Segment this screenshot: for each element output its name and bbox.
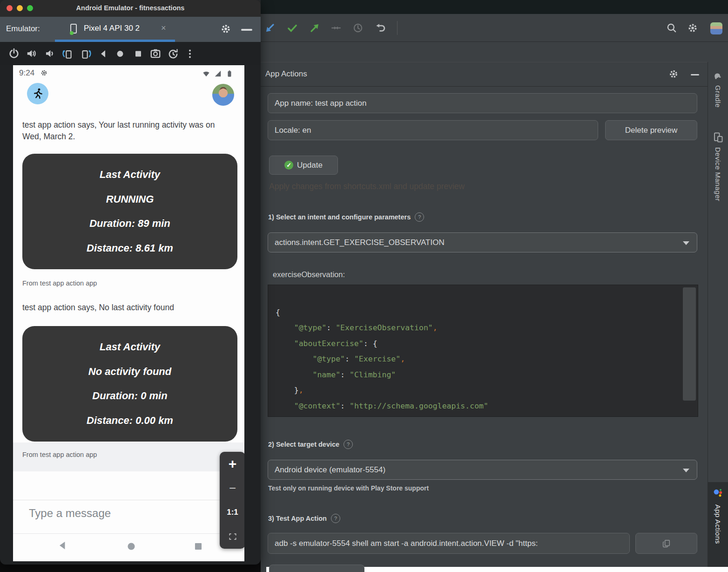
code-scrollbar[interactable]	[683, 287, 696, 401]
help-icon[interactable]: ?	[415, 212, 424, 222]
parameter-label: exerciseObservation:	[273, 270, 345, 279]
profile-avatar[interactable]	[710, 22, 722, 34]
run-check-icon[interactable]	[286, 22, 298, 34]
nav-overview-icon[interactable]	[192, 540, 204, 552]
emulator-zoom-controls: + − 1:1	[220, 452, 244, 549]
search-icon[interactable]	[666, 22, 678, 34]
back-icon[interactable]	[98, 48, 109, 60]
attribution-label: From test app action app	[22, 451, 97, 458]
tool-window-tab-strip: Gradle Device Manager App Actions	[708, 62, 728, 567]
app-name-field[interactable]: App name: test app action	[268, 93, 697, 113]
tab-device-manager[interactable]: Device Manager	[714, 147, 722, 201]
emulator-label: Emulator:	[6, 24, 40, 34]
device-tab[interactable]: Pixel 4 API 30 2	[84, 24, 140, 33]
undo-icon[interactable]	[374, 22, 386, 34]
status-icons	[202, 69, 234, 78]
help-icon[interactable]: ?	[331, 514, 340, 523]
snapshot-restore-icon[interactable]	[167, 48, 179, 60]
activity-card: Last Activity No activity found Duration…	[22, 326, 237, 442]
nav-home-icon[interactable]	[125, 540, 137, 552]
studio-top-strip	[261, 0, 728, 14]
target-device-select[interactable]: Android device (emulator-5554)	[268, 460, 697, 480]
card-distance: Distance: 8.61 km	[87, 242, 173, 254]
panel-title: App Actions	[265, 69, 307, 79]
signal-icon	[213, 69, 222, 78]
close-tab-icon[interactable]: ×	[161, 23, 166, 33]
update-label: Update	[297, 161, 323, 170]
fit-to-window-icon[interactable]	[220, 524, 244, 549]
home-icon[interactable]	[115, 48, 126, 60]
step-out-icon[interactable]	[309, 22, 321, 34]
card-status: RUNNING	[106, 193, 154, 205]
card-duration: Duration: 89 min	[89, 218, 170, 230]
zoom-reset-button[interactable]: 1:1	[220, 500, 244, 524]
toolbar-separator	[397, 21, 398, 35]
message-input[interactable]: Type a message	[29, 507, 111, 520]
more-options-icon[interactable]	[184, 48, 195, 60]
panel-minimize-icon[interactable]	[691, 74, 699, 75]
battery-icon	[225, 69, 234, 78]
device-manager-icon	[713, 132, 724, 143]
wifi-icon	[202, 69, 211, 78]
volume-down-icon[interactable]	[43, 48, 55, 60]
phone-screen: 9:24 test app action says, Your last run…	[13, 65, 244, 561]
intent-select[interactable]: actions.intent.GET_EXERCISE_OBSERVATION	[268, 232, 697, 252]
rotate-right-icon[interactable]	[80, 48, 92, 60]
nav-back-icon[interactable]	[56, 539, 68, 552]
divider	[13, 533, 244, 534]
card-distance: Distance: 0.00 km	[87, 415, 173, 427]
chevron-down-icon	[683, 241, 689, 245]
status-time: 9:24	[19, 68, 34, 78]
panel-minimize-icon[interactable]	[241, 29, 252, 31]
card-title: Last Activity	[100, 169, 160, 181]
emulator-settings-gear-icon[interactable]	[220, 23, 232, 35]
attribution-label: From test app action app	[22, 279, 97, 287]
check-circle-icon: ✓	[284, 161, 293, 170]
emulator-tab-bar: Emulator: Pixel 4 API 30 2 ×	[0, 17, 261, 42]
partial-bottom-button[interactable]	[269, 565, 364, 572]
section-3-label: 3) Test App Action ?	[268, 514, 340, 523]
card-duration: Duration: 0 min	[92, 390, 167, 402]
device-phone-icon	[68, 23, 79, 36]
settings-gear-icon[interactable]	[687, 22, 699, 34]
tab-app-actions-active[interactable]: App Actions	[708, 482, 728, 567]
update-button[interactable]: ✓ Update	[269, 156, 338, 175]
copy-icon	[662, 539, 671, 548]
device-note: Test only on running device with Play St…	[268, 484, 429, 492]
studio-toolbar	[261, 14, 728, 42]
json-parameter-editor[interactable]: { "@type": "ExerciseObservation", "about…	[268, 285, 698, 417]
panel-settings-gear-icon[interactable]	[668, 68, 679, 80]
emulator-window: Android Emulator - fitnessactions Emulat…	[0, 0, 261, 565]
tab-app-actions[interactable]: App Actions	[714, 504, 722, 544]
chevron-down-icon	[683, 469, 689, 472]
adb-command-field[interactable]: adb -s emulator-5554 shell am start -a a…	[268, 533, 630, 554]
locale-field[interactable]: Locale: en	[268, 120, 598, 140]
assistant-icon	[713, 488, 724, 499]
clock-history-icon[interactable]	[352, 22, 364, 34]
bot-message: test app action says, No last activity f…	[22, 302, 223, 313]
section-1-label: 1) Select an intent and configure parame…	[268, 212, 424, 222]
runner-icon	[31, 87, 44, 100]
status-gear-icon	[40, 69, 48, 77]
card-title: Last Activity	[100, 341, 160, 353]
merge-arrows-icon[interactable]	[330, 22, 342, 34]
divider	[13, 500, 244, 500]
rotate-left-icon[interactable]	[61, 48, 74, 60]
gradle-icon	[713, 70, 723, 81]
copy-command-button[interactable]	[635, 533, 697, 554]
power-icon[interactable]	[8, 48, 20, 60]
app-actions-panel-header: App Actions	[261, 62, 708, 87]
help-icon[interactable]: ?	[344, 440, 353, 449]
activity-card: Last Activity RUNNING Duration: 89 min D…	[22, 154, 237, 269]
overview-icon[interactable]	[133, 48, 144, 60]
delete-preview-button[interactable]: Delete preview	[605, 120, 697, 140]
step-into-icon[interactable]	[264, 22, 276, 34]
emulator-toolbar	[0, 42, 261, 65]
screenshot-camera-icon[interactable]	[149, 48, 162, 60]
tab-gradle[interactable]: Gradle	[714, 85, 722, 108]
zoom-out-button[interactable]: −	[220, 476, 244, 500]
bot-avatar	[27, 83, 48, 104]
bot-message: test app action says, Your last running …	[22, 119, 223, 143]
zoom-in-button[interactable]: +	[220, 452, 244, 476]
volume-up-icon[interactable]	[26, 48, 38, 60]
